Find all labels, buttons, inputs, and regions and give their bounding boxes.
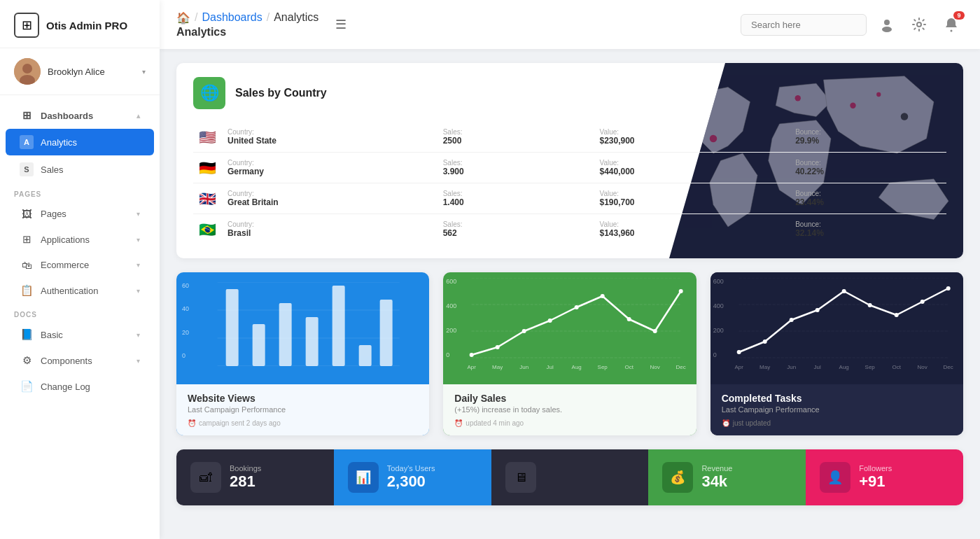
svg-point-41	[653, 329, 657, 333]
sidebar-user[interactable]: Brooklyn Alice ▾	[0, 48, 160, 95]
search-input[interactable]	[741, 14, 867, 36]
sidebar-item-changelog[interactable]: 📄 Change Log	[6, 374, 154, 399]
users-value: 2,300	[387, 472, 435, 491]
svg-point-58	[789, 318, 793, 322]
daily-sales-footer: Daily Sales (+15%) increase in today sal…	[443, 384, 696, 435]
sidebar-item-label: Pages	[41, 209, 130, 219]
sidebar-item-components[interactable]: ⚙ Components ▾	[6, 348, 154, 373]
user-name: Brooklyn Alice	[48, 66, 135, 77]
users-icon: 📊	[348, 462, 379, 493]
sidebar-item-label: Sales	[41, 164, 140, 175]
followers-label: Followers	[859, 464, 892, 472]
sidebar-item-basic[interactable]: 📘 Basic ▾	[6, 322, 154, 347]
sidebar-item-label: Change Log	[41, 382, 140, 392]
breadcrumb-dashboards[interactable]: Dashboards	[202, 11, 262, 24]
completed-tasks-meta: ⏰ just updated	[722, 419, 952, 427]
sidebar-item-dashboards[interactable]: ⊞ Dashboards ▴	[6, 103, 154, 128]
breadcrumb-analytics: Analytics	[274, 11, 318, 24]
bookings-label: Bookings	[230, 464, 261, 472]
website-views-subtitle: Last Campaign Performance	[188, 405, 418, 414]
stat-store: 🖥	[491, 449, 649, 505]
svg-text:Jun: Jun	[520, 364, 529, 370]
website-views-meta: ⏰ campaign sent 2 days ago	[188, 419, 418, 427]
sidebar-item-label: Components	[41, 356, 130, 366]
daily-sales-subtitle: (+15%) increase in today sales.	[454, 405, 685, 414]
daily-sales-card: 600 400 200 0	[443, 272, 696, 435]
main-content: 🏠 / Dashboards / Analytics Analytics ☰	[160, 0, 980, 539]
sidebar: ⊞ Otis Admin PRO Brooklyn Alice ▾ ⊞ Dash…	[0, 0, 160, 539]
svg-rect-17	[253, 324, 265, 366]
svg-point-3	[884, 20, 890, 25]
country-table: 🇺🇸 Country: United State Sales: 2500 Val…	[193, 122, 946, 244]
stats-row: 🛋 Bookings 281 📊 Today's Users 2,300 🖥	[176, 449, 963, 505]
sidebar-item-label: Analytics	[41, 137, 140, 148]
svg-rect-20	[332, 286, 345, 366]
card-header: 🌐 Sales by Country	[193, 77, 946, 109]
table-row: 🇧🇷 Country: Brasil Sales: 562 Value: $14…	[193, 214, 946, 245]
revenue-label: Revenue	[701, 464, 732, 472]
table-row: 🇬🇧 Country: Great Britain Sales: 1.400 V…	[193, 183, 946, 214]
topbar-actions: 9	[741, 13, 963, 36]
stat-users: 📊 Today's Users 2,300	[334, 449, 491, 505]
applications-icon: ⊞	[20, 233, 34, 246]
svg-text:May: May	[760, 364, 770, 370]
sidebar-item-authentication[interactable]: 📋 Authentication ▾	[6, 278, 154, 303]
avatar	[14, 58, 41, 85]
user-profile-button[interactable]	[875, 13, 899, 36]
svg-text:Oct: Oct	[625, 364, 634, 370]
stat-bookings: 🛋 Bookings 281	[176, 449, 334, 505]
content-area: 🌐 Sales by Country 🇺🇸 Country: United St…	[160, 49, 980, 539]
topbar: 🏠 / Dashboards / Analytics Analytics ☰	[160, 0, 980, 49]
sidebar-item-analytics[interactable]: A Analytics	[6, 129, 154, 155]
svg-text:Sep: Sep	[598, 364, 608, 370]
card-title: Sales by Country	[235, 87, 327, 99]
svg-text:Dec: Dec	[943, 364, 953, 370]
website-views-footer: Website Views Last Campaign Performance …	[176, 384, 429, 435]
pages-icon: 🖼	[20, 208, 34, 220]
svg-point-4	[882, 27, 892, 32]
svg-rect-22	[380, 300, 393, 366]
svg-text:Apr: Apr	[734, 364, 743, 370]
sidebar-item-ecommerce[interactable]: 🛍 Ecommerce ▾	[6, 253, 154, 277]
settings-button[interactable]	[907, 13, 931, 36]
sidebar-item-sales[interactable]: S Sales	[6, 156, 154, 183]
table-row: 🇺🇸 Country: United State Sales: 2500 Val…	[193, 122, 946, 153]
sidebar-item-label: Ecommerce	[41, 260, 130, 270]
svg-text:May: May	[492, 364, 503, 370]
chevron-down-icon: ▾	[136, 357, 140, 365]
svg-text:Oct: Oct	[892, 364, 901, 370]
dashboard-icon: ⊞	[20, 109, 34, 122]
page-title: Analytics	[176, 26, 318, 38]
daily-sales-title: Daily Sales	[454, 393, 685, 404]
svg-point-63	[920, 300, 924, 304]
svg-point-38	[575, 305, 579, 309]
pages-section-label: PAGES	[0, 183, 160, 201]
svg-text:Dec: Dec	[676, 364, 686, 370]
revenue-icon: 💰	[662, 462, 693, 493]
home-icon: 🏠	[176, 11, 190, 24]
sidebar-item-label: Basic	[41, 330, 130, 340]
svg-point-37	[548, 318, 552, 323]
menu-toggle-icon[interactable]: ☰	[330, 17, 352, 32]
sales-letter: S	[20, 162, 34, 176]
svg-rect-18	[279, 303, 292, 366]
sidebar-item-pages[interactable]: 🖼 Pages ▾	[6, 202, 154, 226]
notification-button[interactable]: 9	[939, 13, 963, 36]
svg-text:Jul: Jul	[547, 364, 554, 370]
svg-point-36	[522, 329, 526, 333]
svg-point-62	[894, 313, 898, 317]
logo-text: Otis Admin PRO	[46, 20, 127, 31]
basic-icon: 📘	[20, 328, 34, 341]
svg-point-57	[762, 340, 766, 344]
svg-text:Apr: Apr	[468, 364, 477, 370]
sidebar-item-applications[interactable]: ⊞ Applications ▾	[6, 227, 154, 252]
bookings-icon: 🛋	[190, 462, 221, 493]
stat-followers: 👤 Followers +91	[806, 449, 963, 505]
logo-icon: ⊞	[14, 13, 39, 38]
svg-rect-19	[306, 317, 318, 366]
svg-text:Aug: Aug	[839, 364, 848, 370]
sidebar-item-label: Authentication	[41, 286, 130, 296]
website-views-title: Website Views	[188, 393, 418, 404]
chevron-down-icon: ▾	[136, 287, 140, 295]
svg-text:Aug: Aug	[572, 364, 582, 370]
